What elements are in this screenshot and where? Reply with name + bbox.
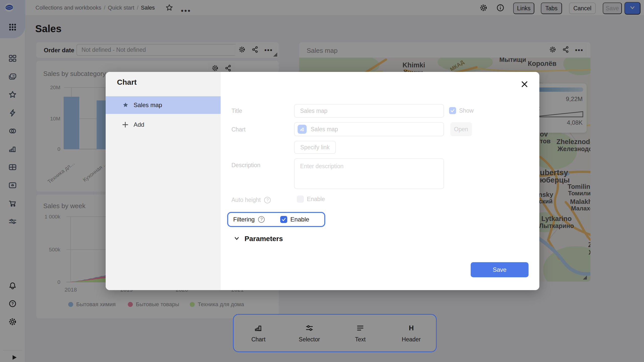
auto-height-checkbox-row[interactable]: Enable <box>297 196 325 203</box>
chart-settings-dialog: Chart Sales map Add Title Sales map Show… <box>106 72 539 290</box>
auto-height-label-row: Auto height ? <box>231 197 271 203</box>
filtering-enable-checkbox[interactable] <box>280 216 287 223</box>
close-icon[interactable] <box>520 79 529 89</box>
enable-label: Enable <box>307 196 325 203</box>
chart-select-input[interactable]: Sales map <box>294 122 444 136</box>
star-filled-icon[interactable] <box>122 102 129 109</box>
description-field-label: Description <box>231 162 260 169</box>
parameters-label: Parameters <box>245 235 283 243</box>
toolbar-highlight-ring <box>233 314 437 352</box>
chart-type-icon <box>298 125 307 134</box>
dialog-title: Chart <box>117 78 137 86</box>
description-placeholder: Enter description <box>300 163 344 169</box>
chart-value: Sales map <box>311 126 338 133</box>
dialog-chart-list-panel: Chart Sales map Add <box>106 72 221 290</box>
parameters-section-toggle[interactable]: Parameters <box>233 235 283 243</box>
open-chart-button[interactable]: Open <box>450 122 472 136</box>
filtering-enable-label: Enable <box>290 216 309 223</box>
description-textarea[interactable]: Enter description <box>294 158 444 189</box>
specify-link-button[interactable]: Specify link <box>294 141 336 154</box>
checkbox-checked-disabled[interactable] <box>449 107 456 114</box>
auto-height-label: Auto height <box>231 197 261 203</box>
chart-list-item-selected[interactable]: Sales map <box>106 96 221 114</box>
chevron-down-icon <box>233 235 240 243</box>
filtering-highlight-ring: Filtering ? Enable <box>227 212 325 227</box>
add-label: Add <box>134 121 144 128</box>
chart-item-label: Sales map <box>134 102 162 109</box>
title-field-label: Title <box>231 108 242 114</box>
help-circle-icon[interactable]: ? <box>264 197 271 203</box>
show-title-checkbox-row[interactable]: Show <box>449 107 474 114</box>
chart-field-label: Chart <box>231 126 246 133</box>
checkbox-unchecked-disabled[interactable] <box>297 196 304 203</box>
title-value: Sales map <box>300 108 328 114</box>
title-input[interactable]: Sales map <box>294 104 444 118</box>
filtering-label: Filtering <box>233 216 255 223</box>
help-circle-icon[interactable]: ? <box>258 216 265 223</box>
app-canvas: ? Collections and workbooks / Quick star… <box>0 0 644 362</box>
add-chart-button[interactable]: Add <box>106 117 221 132</box>
dialog-save-button[interactable]: Save <box>471 262 529 277</box>
plus-icon <box>122 121 129 128</box>
show-label: Show <box>459 107 474 114</box>
